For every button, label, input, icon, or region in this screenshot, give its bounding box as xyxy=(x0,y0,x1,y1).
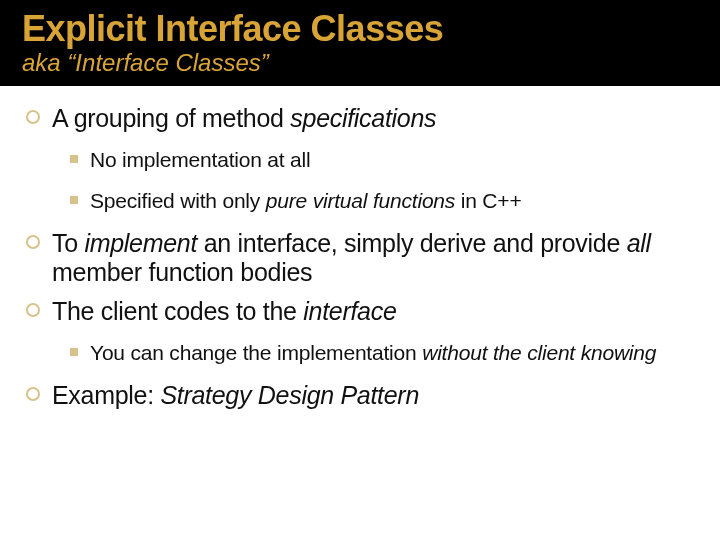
sub-bullet-list: You can change the implementation withou… xyxy=(52,340,694,365)
text: in C++ xyxy=(455,189,521,212)
subtitle-quoted: “Interface Classes” xyxy=(67,49,268,76)
text: No implementation at all xyxy=(90,148,310,171)
bullet-list: A grouping of method specifications No i… xyxy=(26,104,694,409)
text: A grouping of method xyxy=(52,104,290,132)
text-italic: all xyxy=(627,229,651,257)
bullet-item: To implement an interface, simply derive… xyxy=(26,229,694,287)
sub-bullet-item: Specified with only pure virtual functio… xyxy=(70,188,694,213)
text-italic: interface xyxy=(303,297,396,325)
text-italic: specifications xyxy=(290,104,436,132)
text: The client codes to the xyxy=(52,297,303,325)
bullet-item: The client codes to the interface You ca… xyxy=(26,297,694,365)
sub-bullet-item: No implementation at all xyxy=(70,147,694,172)
subtitle-prefix: aka xyxy=(22,49,67,76)
text-italic: implement xyxy=(84,229,197,257)
slide-subtitle: aka “Interface Classes” xyxy=(22,50,698,76)
slide-body: A grouping of method specifications No i… xyxy=(0,86,720,409)
text: Specified with only xyxy=(90,189,266,212)
text: member function bodies xyxy=(52,258,312,286)
text: an interface, simply derive and provide xyxy=(197,229,627,257)
sub-bullet-list: No implementation at all Specified with … xyxy=(52,147,694,213)
text: Example: xyxy=(52,381,160,409)
text: To xyxy=(52,229,84,257)
text-italic: pure virtual functions xyxy=(266,189,455,212)
sub-bullet-item: You can change the implementation withou… xyxy=(70,340,694,365)
bullet-item: Example: Strategy Design Pattern xyxy=(26,381,694,410)
text: You can change the implementation xyxy=(90,341,422,364)
slide-title: Explicit Interface Classes xyxy=(22,10,698,48)
text-italic: without the client knowing xyxy=(422,341,656,364)
bullet-item: A grouping of method specifications No i… xyxy=(26,104,694,213)
text-italic: Strategy Design Pattern xyxy=(160,381,419,409)
title-header: Explicit Interface Classes aka “Interfac… xyxy=(0,0,720,86)
